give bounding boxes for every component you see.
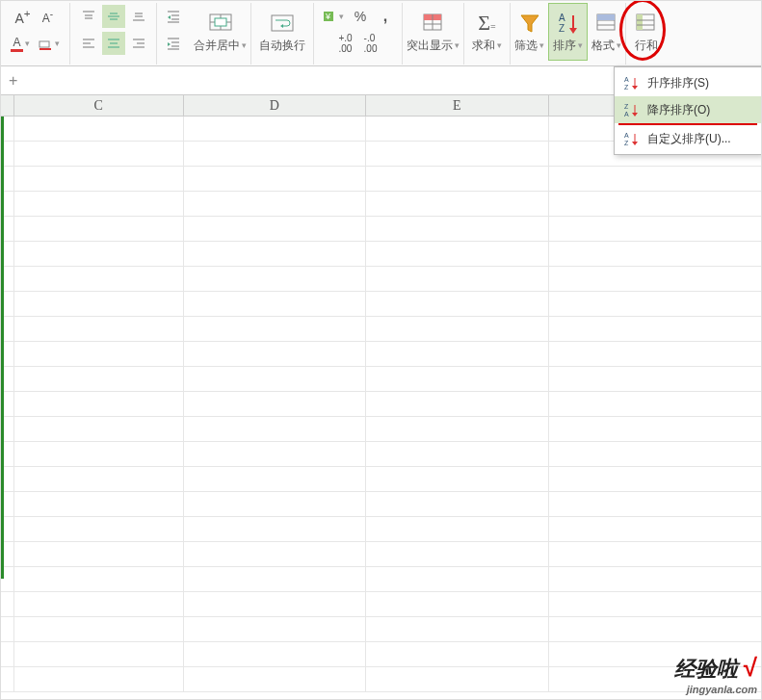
cell[interactable]: [14, 367, 184, 392]
comma-button[interactable]: ,: [374, 5, 397, 28]
cell[interactable]: [14, 317, 184, 342]
cell[interactable]: [549, 542, 761, 567]
cell[interactable]: [14, 217, 184, 242]
cell[interactable]: [184, 242, 367, 267]
cell[interactable]: [549, 642, 761, 667]
cell[interactable]: [366, 192, 549, 217]
decrease-indent-button[interactable]: [162, 5, 185, 28]
cell[interactable]: [184, 467, 367, 492]
increase-decimal-button[interactable]: +.0.00: [334, 32, 357, 55]
cell[interactable]: [366, 442, 549, 467]
cell[interactable]: [549, 617, 761, 642]
cell[interactable]: [549, 417, 761, 442]
sort-button[interactable]: AZ 排序▾: [548, 3, 588, 61]
cell[interactable]: [366, 642, 549, 667]
cell[interactable]: [549, 442, 761, 467]
cell[interactable]: [184, 342, 367, 367]
filter-button[interactable]: 筛选▾: [511, 3, 548, 61]
cell[interactable]: [549, 367, 761, 392]
cell[interactable]: [184, 317, 367, 342]
align-middle-button[interactable]: [102, 5, 125, 28]
currency-button[interactable]: ¥▾: [319, 5, 347, 28]
align-center-button[interactable]: [102, 32, 125, 55]
cell[interactable]: [366, 417, 549, 442]
cell[interactable]: [549, 242, 761, 267]
cell[interactable]: [14, 592, 184, 617]
cell[interactable]: [14, 492, 184, 517]
cell[interactable]: [549, 392, 761, 417]
cell[interactable]: [184, 542, 367, 567]
percent-button[interactable]: %: [349, 5, 372, 28]
cell[interactable]: [184, 392, 367, 417]
cell[interactable]: [14, 442, 184, 467]
cell[interactable]: [184, 142, 367, 167]
cell[interactable]: [366, 167, 549, 192]
cell[interactable]: [549, 592, 761, 617]
cell[interactable]: [14, 517, 184, 542]
cell[interactable]: [14, 467, 184, 492]
increase-indent-button[interactable]: [162, 32, 185, 55]
align-bottom-button[interactable]: [127, 5, 150, 28]
col-header-stub[interactable]: [1, 95, 14, 116]
cell[interactable]: [184, 567, 367, 592]
cell[interactable]: [366, 217, 549, 242]
cell[interactable]: [366, 667, 549, 692]
cell[interactable]: [184, 267, 367, 292]
cell[interactable]: [14, 292, 184, 317]
cell[interactable]: [184, 517, 367, 542]
align-left-button[interactable]: [77, 32, 100, 55]
cell[interactable]: [549, 167, 761, 192]
increase-font-button[interactable]: A+: [12, 5, 35, 28]
sort-ascending-item[interactable]: AZ 升序排序(S): [615, 69, 761, 96]
col-header-d[interactable]: D: [184, 95, 367, 116]
cell[interactable]: [184, 667, 367, 692]
cell[interactable]: [14, 617, 184, 642]
cell[interactable]: [184, 192, 367, 217]
cell[interactable]: [549, 292, 761, 317]
cell[interactable]: [549, 217, 761, 242]
cell[interactable]: [549, 467, 761, 492]
cell[interactable]: [366, 317, 549, 342]
cell[interactable]: [14, 567, 184, 592]
highlight-button[interactable]: 突出显示▾: [403, 3, 463, 61]
cell[interactable]: [549, 317, 761, 342]
cell[interactable]: [366, 117, 549, 142]
cell[interactable]: [14, 542, 184, 567]
cell[interactable]: [366, 367, 549, 392]
cell[interactable]: [1, 592, 14, 617]
cell[interactable]: [14, 417, 184, 442]
cell[interactable]: [14, 142, 184, 167]
wrap-text-button[interactable]: 自动换行: [255, 3, 309, 61]
cell[interactable]: [184, 417, 367, 442]
cell[interactable]: [14, 392, 184, 417]
cell[interactable]: [184, 167, 367, 192]
col-header-e[interactable]: E: [366, 95, 549, 116]
cell[interactable]: [549, 567, 761, 592]
cell[interactable]: [184, 617, 367, 642]
cell[interactable]: [366, 467, 549, 492]
cell[interactable]: [366, 617, 549, 642]
font-color-button[interactable]: A▾: [8, 32, 32, 55]
cell[interactable]: [549, 342, 761, 367]
cell[interactable]: [184, 367, 367, 392]
cell[interactable]: [14, 667, 184, 692]
cell[interactable]: [366, 567, 549, 592]
cell[interactable]: [366, 542, 549, 567]
clear-format-button[interactable]: ▾: [35, 32, 63, 55]
decrease-decimal-button[interactable]: -.0.00: [359, 32, 382, 55]
cell[interactable]: [184, 292, 367, 317]
cell[interactable]: [366, 142, 549, 167]
format-button[interactable]: 格式▾: [588, 3, 625, 61]
cell[interactable]: [184, 592, 367, 617]
align-top-button[interactable]: [77, 5, 100, 28]
sum-button[interactable]: Σ= 求和▾: [468, 3, 506, 61]
cell[interactable]: [366, 342, 549, 367]
cell[interactable]: [549, 517, 761, 542]
merge-cells-button[interactable]: 合并居中▾: [190, 3, 250, 61]
cell[interactable]: [549, 267, 761, 292]
cell[interactable]: [366, 392, 549, 417]
grid[interactable]: // placeholder so structure exists befor…: [1, 117, 761, 692]
cell[interactable]: [1, 642, 14, 667]
align-right-button[interactable]: [127, 32, 150, 55]
cell[interactable]: [549, 192, 761, 217]
